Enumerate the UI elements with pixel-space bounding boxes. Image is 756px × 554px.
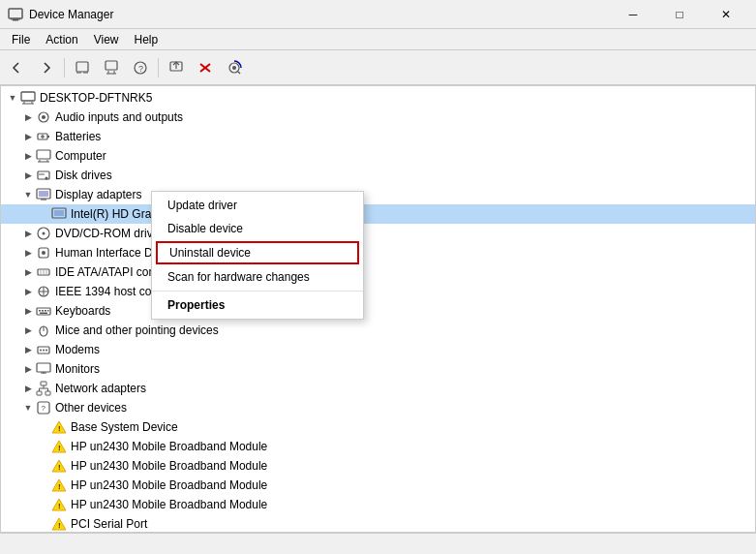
help-button[interactable]: ? <box>127 54 154 81</box>
svg-point-44 <box>42 251 45 255</box>
minimize-button[interactable]: ─ <box>611 0 655 29</box>
back-button[interactable] <box>4 54 31 81</box>
svg-point-34 <box>45 177 48 180</box>
menu-action[interactable]: Action <box>38 31 85 48</box>
tree-item-keyboards[interactable]: ▶ Keyboards <box>1 301 755 321</box>
menu-view[interactable]: View <box>86 31 127 48</box>
mouse-icon <box>36 323 51 338</box>
hp3-label: HP un2430 Mobile Broadband Module <box>71 478 267 492</box>
ctx-update-driver[interactable]: Update driver <box>152 194 363 217</box>
main-area: ▼ DESKTOP-DFTNRK5 ▶ Audio inputs and <box>0 85 756 533</box>
keyboards-expand-icon: ▶ <box>20 303 36 319</box>
ctx-uninstall-device[interactable]: Uninstall device <box>156 241 359 264</box>
tree-item-other[interactable]: ▼ ? Other devices <box>1 398 755 417</box>
audio-icon <box>36 109 51 125</box>
display-expand-icon: ▼ <box>20 187 36 202</box>
svg-rect-64 <box>37 363 50 372</box>
scan-button[interactable] <box>221 54 248 81</box>
tree-item-hp2[interactable]: ▶ ! HP un2430 Mobile Broadband Module <box>1 456 755 476</box>
tree-root[interactable]: ▼ DESKTOP-DFTNRK5 <box>1 88 755 108</box>
disk-icon <box>36 168 51 183</box>
properties-button[interactable] <box>69 54 96 81</box>
svg-rect-55 <box>45 310 46 312</box>
tree-item-monitors[interactable]: ▶ Monitors <box>1 359 755 379</box>
batteries-label: Batteries <box>55 130 101 143</box>
ctx-disable-device[interactable]: Disable device <box>152 217 363 240</box>
root-label: DESKTOP-DFTNRK5 <box>40 91 152 105</box>
close-button[interactable]: ✕ <box>704 0 748 29</box>
keyboard-icon <box>36 303 51 319</box>
ctx-properties[interactable]: Properties <box>152 293 363 317</box>
svg-line-18 <box>238 72 240 74</box>
dvd-icon <box>36 226 51 241</box>
svg-rect-3 <box>76 62 88 72</box>
tree-item-network[interactable]: ▶ Network adapters <box>1 379 755 398</box>
ide-icon <box>36 264 51 280</box>
svg-rect-67 <box>41 382 46 385</box>
intel-icon <box>51 206 67 222</box>
tree-item-computer[interactable]: ▶ Computer <box>1 146 755 166</box>
ctx-separator <box>152 291 363 292</box>
display-icon <box>36 187 51 202</box>
tree-item-hp1[interactable]: ▶ ! HP un2430 Mobile Broadband Module <box>1 437 755 456</box>
uninstall-button[interactable] <box>192 54 219 81</box>
tree-item-audio[interactable]: ▶ Audio inputs and outputs <box>1 108 755 127</box>
ieee-expand-icon: ▶ <box>20 284 36 299</box>
tree-item-hp3[interactable]: ▶ ! HP un2430 Mobile Broadband Module <box>1 476 755 495</box>
tree-item-hid[interactable]: ▶ Human Interface Devices <box>1 243 755 262</box>
device-tree[interactable]: ▼ DESKTOP-DFTNRK5 ▶ Audio inputs and <box>1 86 755 532</box>
tree-item-base-system[interactable]: ▶ ! Base System Device <box>1 417 755 437</box>
tree-item-display[interactable]: ▼ Display adapters <box>1 185 755 204</box>
tree-item-pci-serial[interactable]: ▶ ! PCI Serial Port <box>1 514 755 532</box>
svg-rect-29 <box>37 150 50 159</box>
svg-rect-26 <box>47 136 49 138</box>
tree-item-ieee[interactable]: ▶ IEEE 1394 host controllers <box>1 282 755 301</box>
tree-item-disk[interactable]: ▶ Disk drives <box>1 166 755 185</box>
svg-rect-68 <box>37 391 42 395</box>
menu-file[interactable]: File <box>4 31 38 48</box>
hp2-label: HP un2430 Mobile Broadband Module <box>71 459 267 473</box>
monitors-label: Monitors <box>55 362 100 376</box>
disk-label: Disk drives <box>55 169 112 182</box>
svg-text:!: ! <box>58 444 61 452</box>
svg-rect-19 <box>21 92 35 101</box>
tree-item-batteries[interactable]: ▶ Batteries <box>1 127 755 146</box>
svg-text:!: ! <box>58 502 61 510</box>
tree-item-dvd[interactable]: ▶ DVD/CD-ROM drives <box>1 224 755 243</box>
svg-point-17 <box>232 66 236 70</box>
hid-expand-icon: ▶ <box>20 245 36 261</box>
svg-point-42 <box>43 232 45 235</box>
network-expand-icon: ▶ <box>20 381 36 396</box>
keyboards-label: Keyboards <box>55 304 110 318</box>
toolbar: ? <box>0 50 756 85</box>
ctx-scan-hardware[interactable]: Scan for hardware changes <box>152 265 363 289</box>
tree-item-mice[interactable]: ▶ Mice and other pointing devices <box>1 321 755 340</box>
toolbar-separator-1 <box>64 58 65 77</box>
tree-item-hp4[interactable]: ▶ ! HP un2430 Mobile Broadband Module <box>1 495 755 514</box>
network-label: Network adapters <box>55 382 146 395</box>
svg-rect-57 <box>40 313 47 315</box>
device-manager-icon-button[interactable] <box>98 54 125 81</box>
toolbar-separator-2 <box>158 58 159 77</box>
menu-help[interactable]: Help <box>127 31 166 48</box>
warning-icon-pci-serial: ! <box>51 516 67 532</box>
tree-item-modems[interactable]: ▶ Modems <box>1 340 755 359</box>
tree-item-ide[interactable]: ▶ IDE ATA/ATAPI controllers <box>1 262 755 282</box>
forward-button[interactable] <box>33 54 60 81</box>
ieee-icon <box>36 284 51 299</box>
maximize-button[interactable]: □ <box>657 0 702 29</box>
tree-item-intel-graphics[interactable]: ▶ Intel(R) HD Graphics 3000 <box>1 204 755 224</box>
network-icon <box>36 381 51 396</box>
root-expand-icon: ▼ <box>5 90 20 106</box>
title-bar: Device Manager ─ □ ✕ <box>0 0 756 29</box>
svg-text:!: ! <box>58 521 61 530</box>
display-label: Display adapters <box>55 188 141 201</box>
modem-icon <box>36 342 51 357</box>
other-label: Other devices <box>55 401 127 415</box>
monitor-icon <box>36 361 51 377</box>
svg-rect-69 <box>45 391 50 395</box>
svg-text:!: ! <box>58 463 61 472</box>
update-driver-button[interactable] <box>163 54 190 81</box>
pci-serial-label: PCI Serial Port <box>71 517 147 531</box>
dvd-expand-icon: ▶ <box>20 226 36 241</box>
